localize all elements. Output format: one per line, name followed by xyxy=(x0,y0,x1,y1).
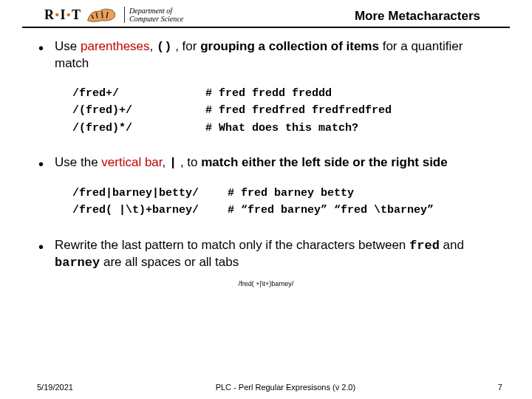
text: , to xyxy=(177,155,201,169)
slide-footer: 5/19/2021 PLC - Perl Regular Expresisons… xyxy=(0,383,532,392)
text: , xyxy=(163,155,169,169)
bullet-3: Rewrite the last pattern to match only i… xyxy=(38,237,494,271)
code-pattern: /fred+/ xyxy=(72,85,205,102)
department-label: Department of Computer Science xyxy=(124,7,183,23)
text-bold: match either the left side or the right … xyxy=(201,155,447,169)
code-inline: () xyxy=(157,40,171,54)
code-inline: barney xyxy=(55,256,100,270)
footer-page: 7 xyxy=(498,383,502,392)
text: Use xyxy=(55,39,81,53)
text: , for xyxy=(171,39,200,53)
text: Rewrite the last pattern to match only i… xyxy=(55,238,409,252)
text-red: parentheses xyxy=(81,39,150,53)
code-row: /fred( |\t)+barney/# “fred barney” “fred… xyxy=(72,202,494,219)
code-inline: fred xyxy=(409,239,440,253)
logo-i: I xyxy=(61,7,66,23)
code-row: /(fred)*/# What does this match? xyxy=(72,120,494,137)
slide-header: R·I·T Department of Computer Science Mor… xyxy=(22,0,510,28)
text-bold: grouping a collection of items xyxy=(200,39,379,53)
logo-r: R xyxy=(44,7,55,23)
answer-text: /fred( +|\t+)barney/ xyxy=(38,280,494,289)
logo-t: T xyxy=(72,7,81,23)
code-comment: # fred fredd freddd xyxy=(205,85,332,102)
code-comment: # fred fredfred fredfredfred xyxy=(205,102,392,119)
rit-logo: R·I·T xyxy=(44,7,81,23)
code-pattern: /fred|barney|betty/ xyxy=(72,185,228,202)
slide-content: Use parentheses, () , for grouping a col… xyxy=(0,28,532,288)
code-pattern: /(fred)+/ xyxy=(72,102,205,119)
code-comment: # What does this match? xyxy=(205,120,358,137)
text: , xyxy=(150,39,157,53)
text-red: vertical bar xyxy=(101,155,162,169)
tiger-icon xyxy=(84,4,120,25)
text: Use the xyxy=(55,155,101,169)
code-pattern: /(fred)*/ xyxy=(72,120,205,137)
text: and xyxy=(440,238,464,252)
code-comment: # “fred barney” “fred \tbarney” xyxy=(228,202,434,219)
code-block-2: /fred|barney|betty/# fred barney betty/f… xyxy=(72,185,494,219)
code-comment: # fred barney betty xyxy=(228,185,354,202)
code-row: /fred+/# fred fredd freddd xyxy=(72,85,494,102)
code-pattern: /fred( |\t)+barney/ xyxy=(72,202,228,219)
bullet-2: Use the vertical bar, | , to match eithe… xyxy=(38,154,494,219)
bullet-1: Use parentheses, () , for grouping a col… xyxy=(38,38,494,137)
footer-center: PLC - Perl Regular Expresisons (v 2.0) xyxy=(216,383,356,392)
code-block-1: /fred+/# fred fredd freddd/(fred)+/# fre… xyxy=(72,85,494,137)
logo-area: R·I·T Department of Computer Science xyxy=(44,4,183,25)
code-inline: | xyxy=(169,156,177,170)
text: are all spaces or all tabs xyxy=(100,255,239,269)
code-row: /(fred)+/# fred fredfred fredfredfred xyxy=(72,102,494,119)
dept-line1: Department of xyxy=(129,7,183,15)
slide-title: More Metacharacters xyxy=(355,9,480,25)
code-row: /fred|barney|betty/# fred barney betty xyxy=(72,185,494,202)
dept-line2: Computer Science xyxy=(129,15,183,23)
footer-date: 5/19/2021 xyxy=(37,383,73,392)
